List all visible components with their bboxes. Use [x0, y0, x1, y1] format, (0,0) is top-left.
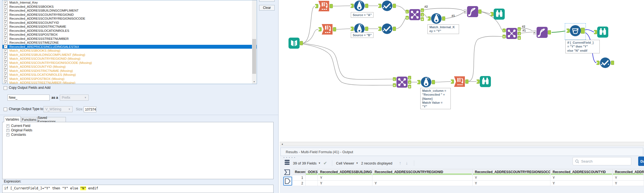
- table-cell[interactable]: [306, 175, 318, 181]
- select-tool[interactable]: [596, 57, 614, 69]
- field-checkbox[interactable]: ✓: [4, 81, 7, 84]
- select-tool[interactable]: [378, 0, 396, 12]
- table-cell[interactable]: Y: [550, 175, 613, 181]
- table-cell[interactable]: [306, 181, 318, 186]
- formula-tool[interactable]: [417, 76, 435, 88]
- field-list-item[interactable]: ✓ Reconciled_ADDRESSSTREETNUMBER: [2, 37, 257, 41]
- field-list-item[interactable]: ✓ Match_ADDRESSCOUNTYID (Missing): [2, 65, 257, 69]
- field-list-item[interactable]: ✓ Reconciled_ADDRESSCOUNTYID: [2, 21, 257, 25]
- table-row[interactable]: 2YYYYY: [293, 181, 644, 186]
- workflow-canvas[interactable]: Source = "A" Source = "B" Match_Internal…: [280, 0, 644, 142]
- field-list-item[interactable]: ✓ Reconciled_ADDRESSLOCATIONROLES: [2, 29, 257, 33]
- cell-viewer-dropdown[interactable]: Cell Viewer: [336, 161, 354, 165]
- change-type-checkbox[interactable]: [4, 108, 7, 111]
- field-checkbox[interactable]: ✓: [4, 29, 7, 32]
- column-header[interactable]: Reconciled_ADDRESSDISTRICTNAME: [613, 169, 644, 175]
- column-header[interactable]: Reconciled_ADDRESSCOUNTRYREGIONID: [372, 169, 473, 175]
- copy-output-checkbox[interactable]: [4, 86, 7, 90]
- table-cell[interactable]: Y: [318, 181, 372, 186]
- field-checkbox[interactable]: ✓: [4, 73, 7, 77]
- field-list-item[interactable]: ✓ Match_ADDRESSLOCATIONROLES (Missing): [2, 73, 257, 77]
- field-list-item[interactable]: ✓ Reconciled_ADDRESSTIMEZONE: [2, 41, 257, 45]
- field-checkbox[interactable]: ✓: [4, 21, 7, 24]
- field-list[interactable]: ✓ Match_Internal_Key ✓ Reconciled_ADDRES…: [2, 0, 257, 84]
- metadata-view-icon[interactable]: [283, 177, 292, 186]
- field-checkbox[interactable]: ✓: [4, 37, 7, 40]
- field-list-scrollbar[interactable]: ▼: [252, 0, 256, 84]
- profile-view-icon[interactable]: [283, 168, 291, 176]
- size-input[interactable]: 1073741: [84, 106, 96, 112]
- variables-tree[interactable]: + Current Field + Original Fields + Cons…: [2, 122, 274, 179]
- field-checkbox[interactable]: ✓: [4, 9, 7, 12]
- select-tool[interactable]: [378, 23, 396, 35]
- arrow-down-icon[interactable]: ↓: [406, 161, 408, 166]
- join-tool[interactable]: [503, 27, 521, 40]
- transpose-tool[interactable]: [451, 75, 468, 88]
- field-list-item[interactable]: ✓ Match_ADDRESSSTREETNUMBER (Missing): [2, 81, 257, 84]
- chevron-down-icon[interactable]: ▼: [356, 162, 358, 165]
- union-tool[interactable]: [533, 26, 551, 38]
- chevron-down-icon[interactable]: ▼: [318, 162, 321, 165]
- annotation-source-b[interactable]: Source = "B": [351, 32, 373, 38]
- table-cell[interactable]: Y: [372, 181, 473, 186]
- table-row[interactable]: 1YYYY: [293, 175, 644, 181]
- annotation-match-column[interactable]: Match_column = "Reconciled " + [Name] Ma…: [420, 88, 451, 109]
- column-header[interactable]: Reconciled_ADDRESSCOUNTYID: [550, 169, 613, 175]
- field-list-item[interactable]: ✓ Reconciled_ADDRESSDISTRICTNAME: [2, 25, 257, 29]
- clear-button[interactable]: Clear: [259, 5, 275, 11]
- field-checkbox[interactable]: ✓: [4, 61, 7, 64]
- field-list-item[interactable]: ✓ Match_ADDRESSCOUNTRYREGIONID (Missing): [2, 57, 257, 61]
- field-checkbox[interactable]: ✓: [4, 57, 7, 61]
- table-view-icon[interactable]: [283, 158, 291, 166]
- field-checkbox[interactable]: ✓: [4, 49, 7, 53]
- browse-tool[interactable]: [594, 26, 612, 38]
- annotation-source-a[interactable]: Source = "A": [351, 12, 373, 18]
- field-checkbox[interactable]: ✓: [4, 5, 7, 8]
- field-list-item[interactable]: ✓ Match_ADDRESSPOSTBOX (Missing): [2, 77, 257, 81]
- column-header[interactable]: Reconciled_ADDRESSCOUNTRYREGIONISOCO...: [473, 169, 550, 175]
- column-header[interactable]: Reconciled_ADDRESSBUILDINGCOMPLIMENT: [318, 169, 372, 175]
- field-list-item[interactable]: ✓ Reconciled_ADDRESSBOOKS: [2, 5, 257, 9]
- field-list-item[interactable]: ✓ Match_ADDRESSBUILDINGCOMPLIMENT (Missi…: [2, 53, 257, 57]
- field-list-item[interactable]: ✓ Match_ADDRESSCOUNTRYREGIONISOCODE (Mis…: [2, 61, 257, 65]
- browse-tool[interactable]: [476, 75, 494, 88]
- all-button[interactable]: [259, 0, 275, 2]
- output-type-select[interactable]: V_WString ▼: [43, 106, 73, 112]
- field-checkbox[interactable]: ✓: [4, 77, 7, 80]
- formula-tool[interactable]: [427, 12, 445, 25]
- scroll-down-icon[interactable]: ▼: [252, 79, 256, 84]
- field-checkbox[interactable]: ✓: [4, 65, 7, 69]
- canvas-horizontal-scrollbar[interactable]: ◄: [280, 142, 644, 146]
- field-checkbox[interactable]: ✓: [4, 1, 7, 4]
- formula-tool[interactable]: [351, 0, 368, 12]
- field-list-item[interactable]: ✓ Reconciled_ADDRESSPOSTBOX: [2, 33, 257, 37]
- join-tool[interactable]: [393, 76, 411, 88]
- field-list-item[interactable]: ✓ Reconciled_ADDRESSBUILDINGCOMPLIMENT: [2, 9, 257, 13]
- tab-variables[interactable]: Variables: [4, 116, 21, 122]
- table-cell[interactable]: 2: [293, 181, 306, 186]
- annotation-match-internal-key[interactable]: Match_Internal_K ey = "Y": [427, 24, 459, 34]
- field-checkbox[interactable]: ✓: [4, 53, 7, 56]
- expand-icon[interactable]: +: [6, 133, 9, 136]
- field-checkbox[interactable]: ✓: [4, 41, 7, 45]
- field-checkbox[interactable]: ✓: [4, 33, 7, 36]
- field-list-item[interactable]: ✓ Match_ADDRESSDISTRICTNAME (Missing): [2, 69, 257, 73]
- field-checkbox[interactable]: ✓: [4, 17, 7, 20]
- multi-field-formula-tool[interactable]: [566, 25, 585, 37]
- field-checkbox[interactable]: ✓: [4, 25, 7, 28]
- tree-item[interactable]: + Original Fields: [6, 128, 273, 132]
- table-cell[interactable]: Y: [613, 175, 644, 181]
- transpose-tool[interactable]: [315, 0, 333, 12]
- prefix-select[interactable]: Prefix ▼: [60, 95, 89, 101]
- tab-saved-expressions[interactable]: Saved Expressions: [37, 117, 66, 122]
- transpose-tool[interactable]: [318, 23, 336, 35]
- field-list-item[interactable]: ✓ Match_ADDRESSBOOKS (Missing): [2, 49, 257, 53]
- table-cell[interactable]: [372, 175, 473, 181]
- annotation-mff-expression[interactable]: if [_CurrentField_] = "Y" then "Y" else …: [565, 40, 600, 53]
- expression-editor[interactable]: if [_CurrentField_]="Y" then "Y" else "N…: [2, 185, 274, 193]
- field-list-item[interactable]: ✓ Reconciled_AREPRICESINCLUDINGSALESTAX: [2, 45, 257, 49]
- scrollbar-thumb[interactable]: [252, 39, 256, 74]
- arrow-up-icon[interactable]: ↑: [399, 161, 401, 166]
- tree-item[interactable]: + Constants: [6, 132, 273, 137]
- data-button[interactable]: Da: [638, 157, 644, 166]
